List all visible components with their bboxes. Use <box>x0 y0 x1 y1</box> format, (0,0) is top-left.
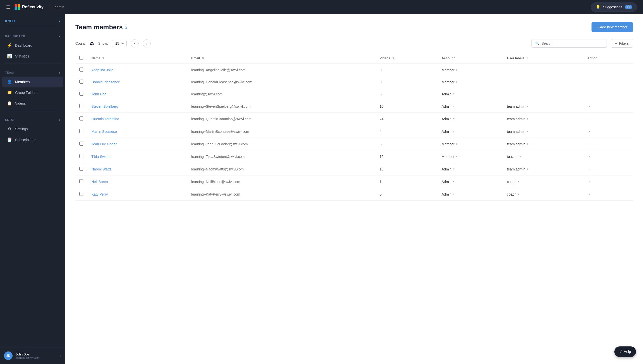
sidebar-org-section[interactable]: KNLU ▾ <box>0 14 65 25</box>
sidebar-item-settings[interactable]: ⚙ Settings <box>2 124 63 134</box>
sidebar-dashboard-header[interactable]: DASHBOARD ▴ <box>0 29 65 40</box>
info-icon[interactable]: ℹ <box>125 25 127 30</box>
member-link-4[interactable]: Quentin Tarantino <box>91 117 119 121</box>
account-dropdown-icon-4[interactable]: ▾ <box>453 117 455 120</box>
row-checkbox-4[interactable] <box>79 116 83 120</box>
action-menu-4[interactable]: ··· <box>587 116 592 121</box>
action-menu-10[interactable]: ··· <box>587 192 592 197</box>
row-check-cell <box>75 175 87 188</box>
member-link-0[interactable]: Angelina Jolie <box>91 68 113 72</box>
prev-page-button[interactable]: ‹ <box>131 39 139 47</box>
member-videos-5: 4 <box>380 130 382 134</box>
row-checkbox-7[interactable] <box>79 154 83 158</box>
col-header-action: Action <box>583 53 633 64</box>
sidebar-setup-header[interactable]: SETUP ▴ <box>0 113 65 124</box>
account-dropdown-icon-2[interactable]: ▾ <box>453 92 455 96</box>
labels-dropdown-icon-10[interactable]: ▾ <box>518 193 519 196</box>
name-sort-icon[interactable]: ⇅ <box>102 57 104 59</box>
member-link-3[interactable]: Steven Spielberg <box>91 104 118 108</box>
labels-dropdown-icon-6[interactable]: ▾ <box>527 142 528 146</box>
sidebar-user-profile[interactable]: JD John Doe learning@swivl.com › <box>0 347 65 364</box>
sidebar-item-videos[interactable]: 📋 Videos <box>2 98 63 108</box>
col-header-user-labels[interactable]: User labels ▾ <box>503 53 583 64</box>
next-page-button[interactable]: › <box>143 39 151 47</box>
row-email-cell: learning+StevenSpielberg@swivl.com <box>187 100 376 113</box>
sidebar-item-dashboard[interactable]: ⚡ Dashboard <box>2 40 63 50</box>
sidebar-team-header[interactable]: TEAM ▴ <box>0 66 65 76</box>
labels-dropdown-icon-4[interactable]: ▾ <box>527 117 528 120</box>
action-menu-6[interactable]: ··· <box>587 141 592 146</box>
row-videos-cell: 1 <box>376 175 438 188</box>
account-dropdown-icon-5[interactable]: ▾ <box>453 130 455 133</box>
email-sort-icon[interactable]: ⇅ <box>202 57 204 59</box>
search-icon: 🔍 <box>535 41 540 45</box>
add-new-member-button[interactable]: + Add new member <box>592 22 633 32</box>
sidebar-item-subscriptions[interactable]: 📑 Subscriptions <box>2 135 63 145</box>
col-header-email[interactable]: Email ⇅ <box>187 53 376 64</box>
logo-squares <box>15 4 20 10</box>
sidebar-item-group-folders[interactable]: 📁 Group Folders <box>2 87 63 98</box>
member-link-1[interactable]: Donald Pleasence <box>91 80 120 84</box>
row-labels-cell <box>503 64 583 76</box>
sidebar-item-statistics[interactable]: 📊 Statistics <box>2 51 63 61</box>
labels-sort-icon[interactable]: ▾ <box>526 57 528 59</box>
member-link-7[interactable]: Tilda Swinton <box>91 155 113 159</box>
menu-icon[interactable]: ☰ <box>6 4 11 10</box>
action-menu-8[interactable]: ··· <box>587 166 592 171</box>
row-check-cell <box>75 188 87 201</box>
search-input[interactable] <box>542 41 603 45</box>
row-videos-cell: 10 <box>376 100 438 113</box>
member-link-9[interactable]: Neil Breen <box>91 180 108 184</box>
row-videos-cell: 16 <box>376 150 438 163</box>
row-checkbox-8[interactable] <box>79 167 83 171</box>
member-link-10[interactable]: Katy Perry <box>91 192 108 196</box>
labels-dropdown-icon-7[interactable]: ▾ <box>520 155 522 158</box>
account-dropdown-icon-7[interactable]: ▾ <box>456 155 457 158</box>
row-checkbox-5[interactable] <box>79 129 83 133</box>
row-checkbox-3[interactable] <box>79 104 83 108</box>
sidebar-item-members[interactable]: 👤 Members <box>2 77 63 87</box>
suggestions-button[interactable]: 💡 Suggestions 16 <box>591 3 637 12</box>
action-menu-3[interactable]: ··· <box>587 104 592 109</box>
member-account-8: Admin <box>442 167 452 171</box>
row-checkbox-0[interactable] <box>79 68 83 72</box>
account-dropdown-icon-6[interactable]: ▾ <box>456 142 457 146</box>
account-dropdown-icon-10[interactable]: ▾ <box>453 193 455 196</box>
row-action-cell: ··· <box>583 188 633 201</box>
account-dropdown-icon-8[interactable]: ▾ <box>453 167 455 171</box>
action-menu-7[interactable]: ··· <box>587 154 592 159</box>
row-checkbox-9[interactable] <box>79 179 83 183</box>
row-checkbox-6[interactable] <box>79 142 83 146</box>
labels-dropdown-icon-3[interactable]: ▾ <box>527 105 528 108</box>
row-checkbox-2[interactable] <box>79 92 83 96</box>
action-menu-9[interactable]: ··· <box>587 179 592 184</box>
labels-dropdown-icon-8[interactable]: ▾ <box>527 167 528 171</box>
row-checkbox-1[interactable] <box>79 80 83 84</box>
show-select[interactable]: 10 15 25 50 <box>112 40 127 47</box>
table-row: John Doe learning@swivl.com 6 Admin ▾ <box>75 88 633 100</box>
account-dropdown-icon-3[interactable]: ▾ <box>453 105 455 108</box>
member-account-10: Admin <box>442 192 452 196</box>
account-dropdown-icon-1[interactable]: ▾ <box>456 80 457 84</box>
row-account-cell: Member ▾ <box>438 150 503 163</box>
row-name-cell: Angelina Jolie <box>87 64 187 76</box>
member-link-6[interactable]: Jean-Luc Godar <box>91 142 117 146</box>
action-menu-5[interactable]: ··· <box>587 129 592 134</box>
row-account-cell: Member ▾ <box>438 76 503 88</box>
labels-dropdown-icon-9[interactable]: ▾ <box>518 180 519 183</box>
col-header-name[interactable]: Name ⇅ <box>87 53 187 64</box>
sidebar-item-videos-label: Videos <box>15 101 26 105</box>
select-all-checkbox[interactable] <box>79 56 83 60</box>
account-dropdown-icon-9[interactable]: ▾ <box>453 180 455 183</box>
help-button[interactable]: ? Help <box>614 346 636 357</box>
labels-dropdown-icon-5[interactable]: ▾ <box>527 130 528 133</box>
member-link-2[interactable]: John Doe <box>91 92 106 96</box>
row-check-cell <box>75 113 87 125</box>
account-dropdown-icon-0[interactable]: ▾ <box>456 68 457 72</box>
filters-button[interactable]: ≡ Filters <box>611 39 633 48</box>
row-checkbox-10[interactable] <box>79 192 83 196</box>
videos-sort-icon[interactable]: ⇅ <box>392 57 394 59</box>
col-header-videos[interactable]: Videos ⇅ <box>376 53 438 64</box>
member-link-8[interactable]: Naomi Watts <box>91 167 112 171</box>
member-link-5[interactable]: Martin Scorsese <box>91 130 117 134</box>
